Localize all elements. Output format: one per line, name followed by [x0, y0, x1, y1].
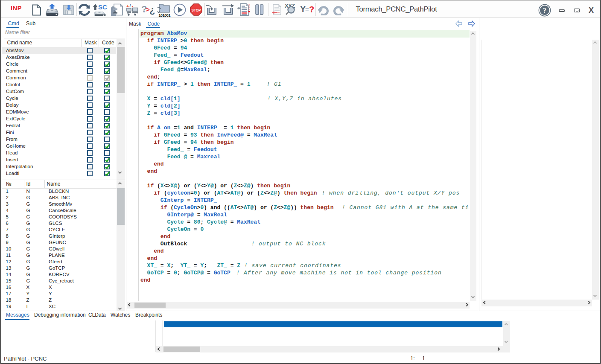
svg-text:/: /	[130, 4, 131, 8]
svg-text:=: =	[305, 6, 309, 13]
svg-text:STOP: STOP	[191, 9, 201, 12]
svg-text:¿: ¿	[149, 5, 155, 15]
svg-text:SC: SC	[98, 3, 107, 11]
svg-text:?: ?	[309, 5, 314, 14]
svg-text:?: ?	[543, 6, 547, 15]
svg-text:101001: 101001	[159, 13, 171, 17]
